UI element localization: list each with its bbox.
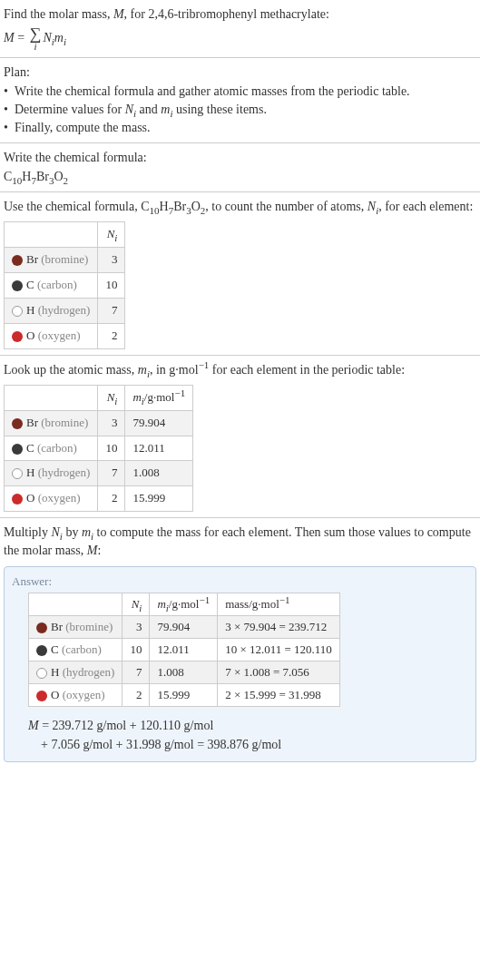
multiply-heading: Multiply Ni by mi to compute the mass fo… bbox=[4, 524, 476, 561]
element-symbol: H bbox=[51, 665, 59, 679]
table-row: H (hydrogen) 7 bbox=[5, 298, 125, 323]
table-row: Br (bromine) 3 79.904 bbox=[5, 410, 193, 436]
count-value: 10 bbox=[98, 273, 125, 299]
molar-mass-equation: M = ∑ i Nimi bbox=[4, 25, 476, 52]
intro-section: Find the molar mass, M, for 2,4,6-tribro… bbox=[0, 0, 480, 58]
formula-C: C bbox=[4, 170, 12, 183]
ni-value: 7 bbox=[98, 461, 125, 486]
element-name: (hydrogen) bbox=[38, 466, 91, 479]
count-formula-inline: C10H7Br3O2 bbox=[141, 200, 205, 213]
count-heading-c: , for each element: bbox=[378, 200, 473, 213]
count-value: 2 bbox=[98, 323, 125, 348]
count-table: Ni Br (bromine) 3 C (carbon) 10 H (hydro… bbox=[4, 221, 125, 348]
eq-m: m bbox=[54, 31, 64, 44]
formula-C-sub: 10 bbox=[12, 175, 22, 186]
sum-index: i bbox=[34, 42, 36, 52]
table-row: C (carbon) 10 12.011 10 × 12.011 = 120.1… bbox=[29, 638, 340, 661]
mi-value: 15.999 bbox=[125, 486, 193, 512]
answer-table: Ni mi/g·mol−1 mass/g·mol−1 Br (bromine) … bbox=[28, 593, 340, 707]
element-symbol: C bbox=[51, 642, 59, 656]
col-Ni-i: i bbox=[114, 395, 117, 406]
table-row: Br (bromine) 3 79.904 3 × 79.904 = 239.7… bbox=[29, 615, 340, 638]
multiply-heading-a: Multiply bbox=[4, 525, 52, 539]
mi-value: 12.011 bbox=[125, 436, 193, 461]
plan-item-2-a: Determine values for bbox=[15, 103, 125, 116]
answer-final-equation: M = 239.712 g/mol + 120.110 g/mol + 7.05… bbox=[28, 716, 468, 754]
element-symbol: O bbox=[26, 491, 34, 505]
multiply-section: Multiply Ni by mi to compute the mass fo… bbox=[0, 518, 480, 561]
element-symbol: O bbox=[26, 328, 34, 342]
ni-value: 2 bbox=[122, 683, 150, 706]
element-name: (oxygen) bbox=[38, 328, 81, 342]
col-Ni-i: i bbox=[114, 232, 117, 243]
element-symbol: H bbox=[26, 303, 34, 317]
mi-value: 79.904 bbox=[125, 410, 193, 436]
masses-col-element bbox=[5, 385, 98, 410]
mi-value: 15.999 bbox=[150, 683, 218, 706]
masses-heading: Look up the atomic mass, mi, in g·mol−1 … bbox=[4, 361, 476, 379]
count-value: 3 bbox=[98, 248, 125, 273]
element-name: (bromine) bbox=[41, 416, 88, 429]
mass-calc: 7 × 1.008 = 7.056 bbox=[218, 661, 340, 683]
col-mi-sup: −1 bbox=[199, 593, 210, 604]
multiply-M: M bbox=[87, 544, 98, 557]
var-M: M bbox=[113, 7, 124, 21]
element-cell-c: C (carbon) bbox=[5, 436, 98, 461]
element-dot-icon bbox=[12, 468, 23, 479]
table-row: O (oxygen) 2 15.999 bbox=[5, 486, 193, 512]
element-cell-br: Br (bromine) bbox=[5, 248, 98, 273]
element-name: (carbon) bbox=[37, 441, 77, 455]
ni-value: 10 bbox=[122, 638, 150, 661]
table-row: Br (bromine) 3 bbox=[5, 248, 125, 273]
element-symbol: C bbox=[26, 441, 34, 455]
final-line1: = 239.712 g/mol + 120.110 g/mol bbox=[39, 719, 214, 732]
masses-col-Ni: Ni bbox=[98, 385, 125, 410]
masses-heading-a: Look up the atomic mass, bbox=[4, 363, 138, 377]
mass-calc: 10 × 12.011 = 120.110 bbox=[218, 638, 340, 661]
bullet-icon: • bbox=[4, 83, 15, 101]
count-col-Ni: Ni bbox=[98, 222, 125, 248]
answer-col-element bbox=[29, 593, 122, 615]
formula-O: O bbox=[54, 170, 63, 183]
col-mi-m: m bbox=[157, 597, 165, 611]
element-name: (bromine) bbox=[65, 620, 113, 633]
answer-label: Answer: bbox=[12, 574, 468, 589]
plan-item-3-text: Finally, compute the mass. bbox=[15, 119, 476, 137]
table-row: O (oxygen) 2 15.999 2 × 15.999 = 31.998 bbox=[29, 683, 340, 706]
var-Ni: Ni bbox=[125, 103, 136, 116]
bullet-icon: • bbox=[4, 101, 15, 119]
count-value: 7 bbox=[98, 298, 125, 323]
masses-section: Look up the atomic mass, mi, in g·mol−1 … bbox=[0, 356, 480, 519]
element-dot-icon bbox=[12, 255, 23, 266]
count-heading-Ni: Ni bbox=[367, 200, 378, 213]
answer-col-Ni: Ni bbox=[122, 593, 150, 615]
mass-calc: 3 × 79.904 = 239.712 bbox=[218, 615, 340, 638]
intro-text: Find the molar mass, M, for 2,4,6-tribro… bbox=[4, 5, 476, 24]
table-row: H (hydrogen) 7 1.008 7 × 1.008 = 7.056 bbox=[29, 661, 340, 683]
plan-item-2-c: using these items. bbox=[173, 103, 267, 116]
plan-item-3: • Finally, compute the mass. bbox=[4, 119, 476, 137]
col-mi-m: m bbox=[132, 390, 141, 404]
element-dot-icon bbox=[12, 494, 23, 505]
element-cell-o: O (oxygen) bbox=[5, 486, 98, 512]
final-line2: + 7.056 g/mol + 31.998 g/mol = 398.876 g… bbox=[41, 738, 281, 751]
mi-value: 79.904 bbox=[150, 615, 218, 638]
eq-N: N bbox=[43, 31, 51, 44]
element-name: (hydrogen) bbox=[63, 665, 115, 679]
element-cell-o: O (oxygen) bbox=[5, 323, 98, 348]
plan-item-2-b: and bbox=[136, 103, 161, 116]
plan-heading: Plan: bbox=[4, 64, 476, 82]
multiply-mi: mi bbox=[82, 525, 93, 539]
element-cell-h: H (hydrogen) bbox=[29, 661, 122, 683]
element-symbol: H bbox=[26, 466, 34, 479]
masses-table: Ni mi/g·mol−1 Br (bromine) 3 79.904 C (c… bbox=[4, 385, 193, 512]
bullet-icon: • bbox=[4, 119, 15, 137]
mi-value: 12.011 bbox=[150, 638, 218, 661]
chemical-formula-section: Write the chemical formula: C10H7Br3O2 bbox=[0, 143, 480, 192]
count-col-element bbox=[5, 222, 98, 248]
eq-lhs: M bbox=[4, 31, 15, 44]
element-name: (bromine) bbox=[41, 252, 88, 266]
element-symbol: C bbox=[26, 278, 34, 291]
element-name: (carbon) bbox=[62, 642, 102, 656]
element-dot-icon bbox=[12, 306, 23, 317]
